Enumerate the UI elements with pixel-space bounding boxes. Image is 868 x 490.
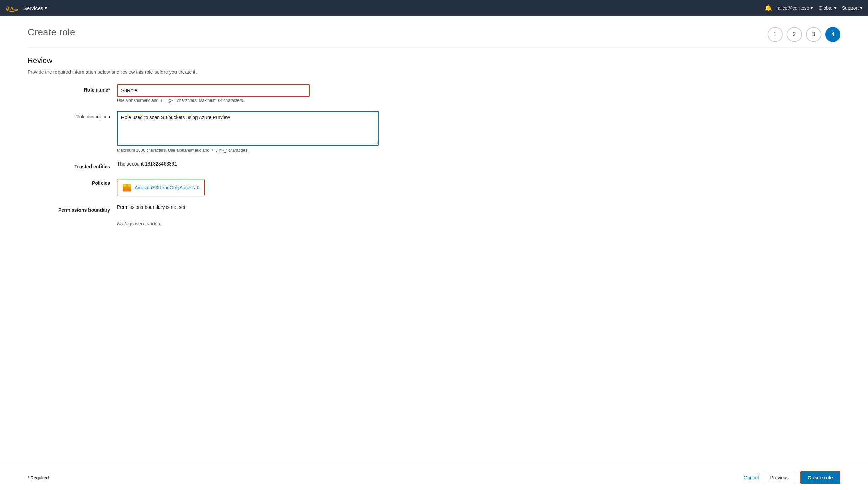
external-link-icon: ⧉ [197, 185, 200, 190]
services-menu[interactable]: Services ▾ [23, 5, 47, 11]
no-tags-text: No tags were added. [117, 221, 840, 226]
s3-policy-icon [122, 183, 132, 192]
aws-logo[interactable] [6, 4, 18, 12]
role-description-label: Role description [28, 111, 117, 119]
policies-label: Policies [28, 178, 117, 186]
services-chevron-icon: ▾ [45, 5, 47, 11]
review-section: Review Provide the required information … [28, 56, 840, 465]
role-description-textarea[interactable]: Role used to scan S3 buckets using Azure… [117, 111, 379, 146]
role-description-control: Role used to scan S3 buckets using Azure… [117, 111, 379, 153]
support-label: Support [842, 5, 859, 11]
role-name-row: Role name* Use alphanumeric and '+=,.@-_… [28, 84, 840, 103]
policies-row: Policies [28, 178, 840, 196]
trusted-entities-value: The account 181328463391 [117, 161, 379, 167]
region-label: Global [818, 5, 832, 11]
support-chevron-icon: ▾ [860, 5, 862, 11]
region-chevron-icon: ▾ [834, 5, 836, 11]
permissions-boundary-value: Permissions boundary is not set [117, 204, 379, 210]
trusted-entities-row: Trusted entities The account 18132846339… [28, 161, 840, 169]
header-divider [28, 47, 840, 48]
region-menu[interactable]: Global ▾ [818, 5, 836, 11]
user-label: alice@contoso [777, 5, 809, 11]
notifications-bell-icon[interactable]: 🔔 [764, 4, 772, 12]
policy-link[interactable]: AmazonS3ReadOnlyAccess ⧉ [135, 185, 200, 190]
required-note: * Required [28, 475, 49, 480]
role-name-control: Use alphanumeric and '+=,.@-_' character… [117, 84, 379, 103]
step-1: 1 [768, 27, 783, 42]
page-title: Create role [28, 27, 75, 38]
role-name-label: Role name* [28, 84, 117, 93]
user-chevron-icon: ▾ [811, 5, 813, 11]
cancel-button[interactable]: Cancel [744, 475, 759, 480]
bottom-actions: Cancel Previous Create role [744, 471, 840, 484]
required-asterisk: * [108, 87, 110, 93]
previous-button[interactable]: Previous [763, 472, 796, 483]
user-menu[interactable]: alice@contoso ▾ [777, 5, 813, 11]
step-4: 4 [825, 27, 840, 42]
step-3: 3 [806, 27, 821, 42]
role-name-hint: Use alphanumeric and '+=,.@-_' character… [117, 98, 379, 103]
main-content: Create role 1 2 3 4 Review Provide the r… [0, 16, 868, 465]
trusted-entities-label: Trusted entities [28, 161, 117, 169]
svg-rect-2 [127, 184, 128, 187]
trusted-entities-text: The account 181328463391 [117, 158, 177, 167]
step-2: 2 [787, 27, 802, 42]
role-description-hint: Maximum 1000 characters. Use alphanumeri… [117, 148, 379, 153]
top-navigation: Services ▾ 🔔 alice@contoso ▾ Global ▾ Su… [0, 0, 868, 16]
create-role-button[interactable]: Create role [800, 471, 840, 484]
review-description: Provide the required information below a… [28, 69, 840, 75]
permissions-boundary-row: Permissions boundary Permissions boundar… [28, 204, 840, 213]
page-header: Create role 1 2 3 4 [28, 27, 840, 42]
bottom-bar: * Required Cancel Previous Create role [0, 465, 868, 490]
permissions-boundary-label: Permissions boundary [28, 204, 117, 213]
review-title: Review [28, 56, 840, 65]
policy-name: AmazonS3ReadOnlyAccess [135, 185, 195, 190]
role-description-row: Role description Role used to scan S3 bu… [28, 111, 840, 153]
policy-box: AmazonS3ReadOnlyAccess ⧉ [117, 179, 205, 196]
support-menu[interactable]: Support ▾ [842, 5, 862, 11]
policies-control: AmazonS3ReadOnlyAccess ⧉ [117, 178, 379, 196]
step-indicators: 1 2 3 4 [768, 27, 840, 42]
services-label: Services [23, 5, 43, 11]
role-name-input[interactable] [117, 84, 310, 97]
permissions-boundary-text: Permissions boundary is not set [117, 202, 185, 210]
nav-right: 🔔 alice@contoso ▾ Global ▾ Support ▾ [764, 4, 862, 12]
